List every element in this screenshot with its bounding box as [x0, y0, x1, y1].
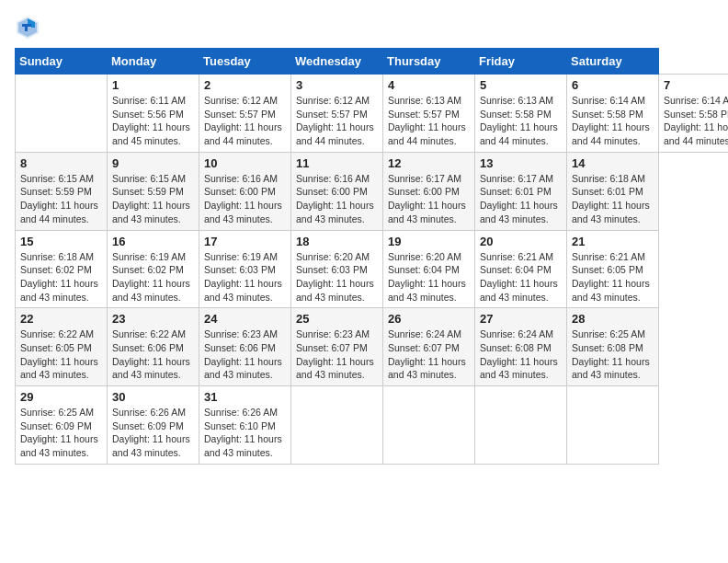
day-info: Sunrise: 6:12 AMSunset: 5:57 PMDaylight:…: [204, 94, 286, 148]
day-number: 28: [572, 312, 654, 326]
day-info: Sunrise: 6:22 AMSunset: 6:06 PMDaylight:…: [112, 327, 194, 382]
calendar-cell: 9Sunrise: 6:15 AMSunset: 5:59 PMDaylight…: [108, 152, 199, 230]
calendar-cell: [475, 386, 567, 465]
day-number: 4: [388, 78, 470, 92]
calendar-cell: 19Sunrise: 6:20 AMSunset: 6:04 PMDayligh…: [383, 230, 475, 308]
day-info: Sunrise: 6:16 AMSunset: 6:00 PMDaylight:…: [204, 172, 286, 226]
day-number: 11: [296, 156, 378, 170]
calendar-day-header: Tuesday: [199, 49, 291, 75]
day-info: Sunrise: 6:15 AMSunset: 5:59 PMDaylight:…: [112, 172, 194, 226]
day-number: 23: [112, 312, 194, 326]
calendar-cell: 5Sunrise: 6:13 AMSunset: 5:58 PMDaylight…: [475, 75, 567, 153]
calendar-cell: 22Sunrise: 6:22 AMSunset: 6:05 PMDayligh…: [16, 308, 108, 386]
calendar-cell: 17Sunrise: 6:19 AMSunset: 6:03 PMDayligh…: [199, 230, 291, 308]
day-info: Sunrise: 6:16 AMSunset: 6:00 PMDaylight:…: [296, 172, 378, 226]
calendar-cell: 28Sunrise: 6:25 AMSunset: 6:08 PMDayligh…: [567, 308, 659, 386]
calendar-cell: 2Sunrise: 6:12 AMSunset: 5:57 PMDaylight…: [199, 75, 291, 153]
day-info: Sunrise: 6:23 AMSunset: 6:07 PMDaylight:…: [296, 327, 378, 382]
calendar-cell: 14Sunrise: 6:18 AMSunset: 6:01 PMDayligh…: [567, 152, 659, 230]
day-number: 25: [296, 312, 378, 326]
day-info: Sunrise: 6:15 AMSunset: 5:59 PMDaylight:…: [20, 172, 102, 226]
calendar-cell: 21Sunrise: 6:21 AMSunset: 6:05 PMDayligh…: [567, 230, 659, 308]
calendar-cell: [383, 386, 475, 465]
calendar-day-header: Monday: [108, 49, 199, 75]
calendar-cell: [291, 386, 383, 465]
calendar-header-row: SundayMondayTuesdayWednesdayThursdayFrid…: [16, 49, 729, 75]
day-number: 19: [388, 235, 470, 248]
day-info: Sunrise: 6:20 AMSunset: 6:03 PMDaylight:…: [296, 250, 378, 304]
day-number: 31: [204, 390, 286, 404]
day-number: 2: [204, 78, 286, 92]
calendar-cell: [567, 386, 659, 465]
calendar-cell: 24Sunrise: 6:23 AMSunset: 6:06 PMDayligh…: [199, 308, 291, 386]
calendar-cell: [16, 75, 108, 153]
day-info: Sunrise: 6:22 AMSunset: 6:05 PMDaylight:…: [20, 327, 102, 382]
calendar-table: SundayMondayTuesdayWednesdayThursdayFrid…: [15, 48, 728, 465]
calendar-cell: 13Sunrise: 6:17 AMSunset: 6:01 PMDayligh…: [475, 152, 567, 230]
day-number: 24: [204, 312, 286, 326]
calendar-cell: 12Sunrise: 6:17 AMSunset: 6:00 PMDayligh…: [383, 152, 475, 230]
calendar-cell: 16Sunrise: 6:19 AMSunset: 6:02 PMDayligh…: [108, 230, 199, 308]
day-info: Sunrise: 6:14 AMSunset: 5:58 PMDaylight:…: [664, 94, 728, 148]
calendar-day-header: Friday: [475, 49, 567, 75]
day-info: Sunrise: 6:25 AMSunset: 6:08 PMDaylight:…: [572, 327, 654, 382]
calendar-cell: 4Sunrise: 6:13 AMSunset: 5:57 PMDaylight…: [383, 75, 475, 153]
calendar-cell: 6Sunrise: 6:14 AMSunset: 5:58 PMDaylight…: [567, 75, 659, 153]
calendar-week-row: 15Sunrise: 6:18 AMSunset: 6:02 PMDayligh…: [16, 230, 729, 308]
calendar-week-row: 22Sunrise: 6:22 AMSunset: 6:05 PMDayligh…: [16, 308, 729, 386]
day-info: Sunrise: 6:26 AMSunset: 6:09 PMDaylight:…: [112, 406, 194, 460]
calendar-cell: 1Sunrise: 6:11 AMSunset: 5:56 PMDaylight…: [108, 75, 199, 153]
day-number: 30: [112, 390, 194, 404]
day-number: 29: [20, 390, 102, 404]
day-info: Sunrise: 6:21 AMSunset: 6:04 PMDaylight:…: [480, 250, 562, 304]
day-number: 7: [664, 78, 728, 92]
calendar-cell: 31Sunrise: 6:26 AMSunset: 6:10 PMDayligh…: [199, 386, 291, 465]
logo-icon: [15, 15, 40, 40]
calendar-cell: 20Sunrise: 6:21 AMSunset: 6:04 PMDayligh…: [475, 230, 567, 308]
calendar-cell: 26Sunrise: 6:24 AMSunset: 6:07 PMDayligh…: [383, 308, 475, 386]
calendar-cell: 27Sunrise: 6:24 AMSunset: 6:08 PMDayligh…: [475, 308, 567, 386]
calendar-cell: 30Sunrise: 6:26 AMSunset: 6:09 PMDayligh…: [108, 386, 199, 465]
calendar-cell: 8Sunrise: 6:15 AMSunset: 5:59 PMDaylight…: [16, 152, 108, 230]
day-info: Sunrise: 6:21 AMSunset: 6:05 PMDaylight:…: [572, 250, 654, 304]
day-info: Sunrise: 6:13 AMSunset: 5:57 PMDaylight:…: [388, 94, 470, 148]
day-number: 12: [388, 156, 470, 170]
day-number: 15: [20, 235, 102, 248]
day-number: 6: [572, 78, 654, 92]
calendar-cell: 18Sunrise: 6:20 AMSunset: 6:03 PMDayligh…: [291, 230, 383, 308]
calendar-day-header: Saturday: [567, 49, 659, 75]
day-number: 8: [20, 156, 102, 170]
day-number: 10: [204, 156, 286, 170]
logo: [15, 15, 44, 40]
day-number: 3: [296, 78, 378, 92]
calendar-cell: 7Sunrise: 6:14 AMSunset: 5:58 PMDaylight…: [659, 75, 729, 153]
day-number: 1: [112, 78, 194, 92]
day-info: Sunrise: 6:23 AMSunset: 6:06 PMDaylight:…: [204, 327, 286, 382]
calendar-day-header: Sunday: [16, 49, 108, 75]
day-info: Sunrise: 6:24 AMSunset: 6:08 PMDaylight:…: [480, 327, 562, 382]
calendar-cell: 10Sunrise: 6:16 AMSunset: 6:00 PMDayligh…: [199, 152, 291, 230]
calendar-day-header: Thursday: [383, 49, 475, 75]
day-info: Sunrise: 6:14 AMSunset: 5:58 PMDaylight:…: [572, 94, 654, 148]
day-number: 18: [296, 235, 378, 248]
day-number: 21: [572, 235, 654, 248]
day-info: Sunrise: 6:17 AMSunset: 6:00 PMDaylight:…: [388, 172, 470, 226]
day-info: Sunrise: 6:11 AMSunset: 5:56 PMDaylight:…: [112, 94, 194, 148]
day-info: Sunrise: 6:26 AMSunset: 6:10 PMDaylight:…: [204, 406, 286, 460]
day-info: Sunrise: 6:19 AMSunset: 6:02 PMDaylight:…: [112, 250, 194, 304]
day-number: 16: [112, 235, 194, 248]
day-info: Sunrise: 6:19 AMSunset: 6:03 PMDaylight:…: [204, 250, 286, 304]
calendar-cell: 25Sunrise: 6:23 AMSunset: 6:07 PMDayligh…: [291, 308, 383, 386]
page-header: [15, 15, 713, 40]
calendar-week-row: 1Sunrise: 6:11 AMSunset: 5:56 PMDaylight…: [16, 75, 729, 153]
day-number: 13: [480, 156, 562, 170]
calendar-day-header: Wednesday: [291, 49, 383, 75]
day-number: 27: [480, 312, 562, 326]
day-info: Sunrise: 6:24 AMSunset: 6:07 PMDaylight:…: [388, 327, 470, 382]
day-info: Sunrise: 6:12 AMSunset: 5:57 PMDaylight:…: [296, 94, 378, 148]
day-number: 14: [572, 156, 654, 170]
calendar-cell: 3Sunrise: 6:12 AMSunset: 5:57 PMDaylight…: [291, 75, 383, 153]
day-info: Sunrise: 6:20 AMSunset: 6:04 PMDaylight:…: [388, 250, 470, 304]
calendar-cell: 29Sunrise: 6:25 AMSunset: 6:09 PMDayligh…: [16, 386, 108, 465]
day-number: 26: [388, 312, 470, 326]
